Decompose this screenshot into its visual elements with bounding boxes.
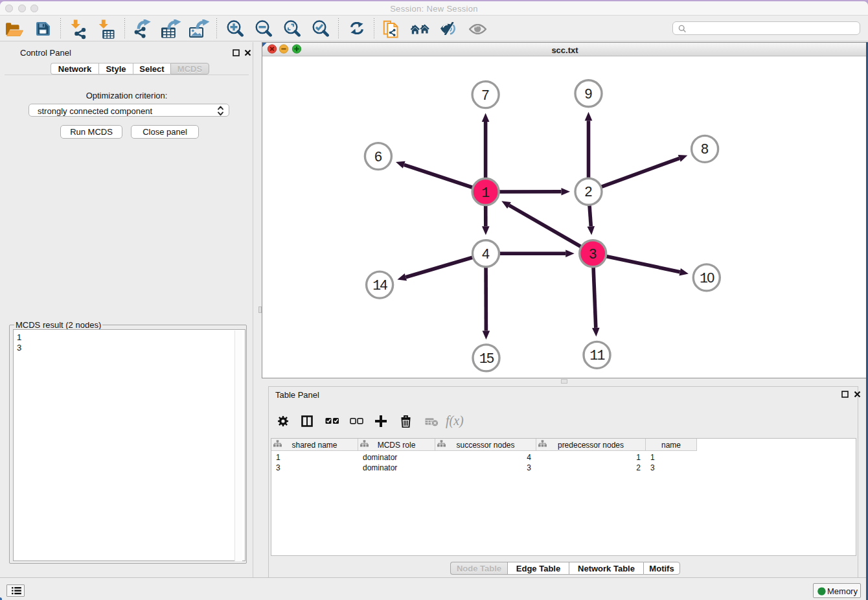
svg-text:7: 7 [482, 87, 490, 103]
svg-text:2: 2 [585, 184, 593, 200]
svg-text:4: 4 [482, 246, 490, 262]
svg-text:10: 10 [700, 270, 714, 286]
svg-text:3: 3 [589, 246, 597, 262]
svg-text:1: 1 [481, 185, 490, 201]
svg-text:8: 8 [701, 141, 709, 157]
svg-text:9: 9 [585, 86, 593, 102]
svg-text:15: 15 [479, 351, 494, 367]
svg-text:14: 14 [372, 277, 387, 294]
svg-text:6: 6 [374, 149, 382, 165]
svg-text:11: 11 [589, 348, 604, 363]
